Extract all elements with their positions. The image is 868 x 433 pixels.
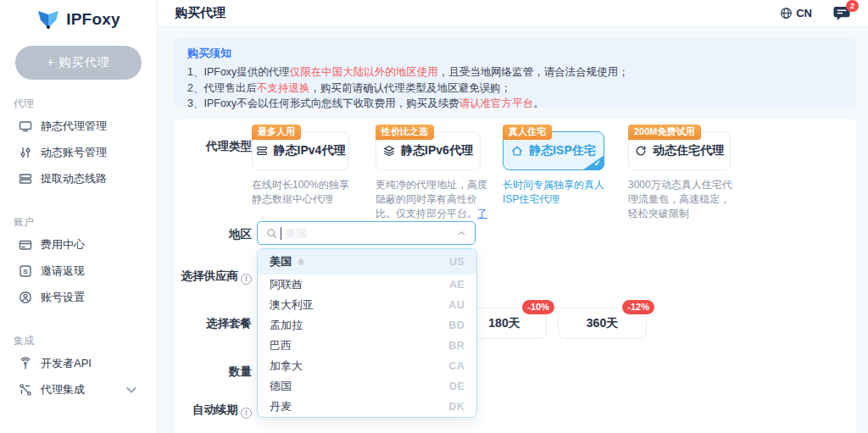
notice-item: 1、IPFoxy提供的代理仅限在中国大陆以外的地区使用，且受当地网络监管，请合法… [187,64,843,80]
sidebar-item-label: 开发者API [41,356,92,371]
card-title: 静态IPv6代理 [401,143,473,158]
auto-renew-info-icon[interactable]: ! [241,408,252,419]
app: IPFoxy + 购买代理 代理 静态代理管理 动态账号管理 提取动态线路 账户 [0,0,868,433]
notice-title: 购买须知 [187,46,843,61]
sidebar-item-label: 代理集成 [41,382,85,397]
chevron-up-icon[interactable] [457,229,466,238]
account-icon [19,291,32,304]
sidebar-nav: 代理 静态代理管理 动态账号管理 提取动态线路 账户 费用中 [0,97,157,402]
nav-section-proxy: 代理 [14,97,157,111]
fox-logo-icon [36,8,60,31]
billing-card-icon [19,238,32,252]
region-dropdown: 美国 US 阿联酋AE 澳大利亚AU 孟加拉BD [257,248,477,418]
sidebar-item-developer-api[interactable]: 开发者API [12,350,157,376]
datacenter-icon [256,145,268,157]
region-option-de[interactable]: 德国DE [258,376,476,397]
topbar: 购买代理 CN 2 [158,0,868,27]
rotate-icon [635,145,647,157]
discount-badge: -10% [522,300,554,314]
nav-section-account: 账户 [14,215,157,230]
proxy-type-card-ipv6[interactable]: 性价比之选 静态IPv6代理 [376,131,481,170]
proxy-type-card-ipv4[interactable]: 最多人用 静态IPv4代理 [252,131,349,170]
sidebar-item-label: 提取动态线路 [41,171,107,186]
monitor-icon [19,119,32,133]
supplier-info-icon[interactable]: ! [241,274,252,285]
region-option-dk[interactable]: 丹麦DK [258,397,476,417]
region-option-br[interactable]: 巴西BR [258,336,476,356]
region-option-us[interactable]: 美国 US [258,249,476,275]
region-input-field[interactable] [285,227,454,240]
package-card-360d[interactable]: 360天 -12% [558,308,647,339]
topbar-actions: CN 2 [780,6,851,21]
card-badge: 真人住宅 [503,125,552,140]
brand-logo: IPFoxy [0,8,157,31]
region-option-bd[interactable]: 孟加拉BD [258,315,476,336]
label-proxy-type: 代理类型 [174,139,252,154]
chat-unread-badge: 2 [846,0,859,12]
region-option-ca[interactable]: 加拿大CA [258,356,476,376]
sidebar-item-label: 邀请返现 [41,264,85,279]
card-badge: 性价比之选 [376,125,434,140]
sidebar-item-label: 动态账号管理 [41,145,107,160]
label-quantity: 数量 [174,364,252,380]
layers-icon [383,145,395,157]
card-title: 静态ISP住宅 [529,143,596,158]
sidebar-item-billing[interactable]: 费用中心 [12,231,157,258]
package-label: 360天 [587,316,618,331]
label-supplier: 选择供应商! [174,269,252,285]
card-desc-dynamic: 3000万动态真人住宅代理流量包，高速稳定，轻松突破限制 [628,178,737,221]
purchase-notice: 购买须知 1、IPFoxy提供的代理仅限在中国大陆以外的地区使用，且受当地网络监… [174,38,856,108]
content: 购买须知 1、IPFoxy提供的代理仅限在中国大陆以外的地区使用，且受当地网络监… [158,27,868,433]
card-desc-isp: 长时间专属独享的真人ISP住宅代理 [503,178,613,207]
chat-button[interactable]: 2 [832,6,851,21]
region-option-au[interactable]: 澳大利亚AU [258,295,476,315]
sidebar-item-referral[interactable]: S 邀请返现 [12,258,157,284]
home-icon [511,145,523,157]
sidebar: IPFoxy + 购买代理 代理 静态代理管理 动态账号管理 提取动态线路 账户 [0,0,158,433]
page-title: 购买代理 [175,5,225,21]
language-switcher[interactable]: CN [780,7,812,19]
sidebar-item-static-proxy[interactable]: 静态代理管理 [12,113,157,139]
text-caret [281,227,281,240]
proxy-type-card-isp[interactable]: 真人住宅 静态ISP住宅 ✓ [503,131,604,170]
package-label: 180天 [488,316,520,331]
sliders-icon [19,146,32,159]
label-package: 选择套餐 [174,316,252,331]
card-title: 动态住宅代理 [653,143,724,158]
search-icon [266,228,277,239]
proxy-type-card-dynamic[interactable]: 200M免费试用 动态住宅代理 [628,131,731,170]
purchase-form: 代理类型 最多人用 静态IPv4代理 性价比之选 静态IPv6代理 真人住宅 [174,119,856,433]
region-option-ae[interactable]: 阿联酋AE [258,275,476,295]
brand-name: IPFoxy [66,10,120,29]
sidebar-item-account-settings[interactable]: 账号设置 [12,284,157,310]
card-badge: 最多人用 [252,125,301,140]
nav-section-integration: 集成 [14,334,157,348]
sidebar-item-label: 账号设置 [41,290,85,305]
notice-item: 3、IPFoxy不会以任何形式向您线下收取费用，购买及续费请认准官方平台。 [187,96,843,112]
card-desc-ipv4: 在线时长100%的独享静态数据中心代理 [252,178,359,207]
sidebar-item-extract-lines[interactable]: 提取动态线路 [12,165,157,192]
main-area: 购买代理 CN 2 购买须知 [158,0,868,433]
sidebar-item-label: 费用中心 [41,237,85,253]
language-label: CN [796,7,812,19]
card-badge: 200M免费试用 [628,125,701,140]
card-title: 静态IPv4代理 [274,143,346,158]
buy-proxy-button[interactable]: + 购买代理 [15,46,142,80]
notice-item: 2、代理售出后不支持退换，购买前请确认代理类型及地区避免误购； [187,80,843,97]
discount-badge: -12% [622,300,654,314]
label-region: 地区 [174,227,252,242]
server-icon [19,172,32,186]
region-search-input[interactable] [257,221,476,245]
integration-icon [19,383,32,397]
svg-text:S: S [23,268,28,275]
sidebar-item-proxy-integration[interactable]: 代理集成 [12,376,157,402]
label-auto-renew: 自动续期! [174,402,252,419]
sidebar-item-dynamic-account[interactable]: 动态账号管理 [12,139,157,165]
globe-icon [780,7,793,19]
hot-icon [296,257,306,267]
chevron-down-icon [125,383,138,397]
sidebar-item-label: 静态代理管理 [41,119,107,134]
api-antenna-icon [19,357,32,370]
cashback-icon: S [19,264,32,278]
